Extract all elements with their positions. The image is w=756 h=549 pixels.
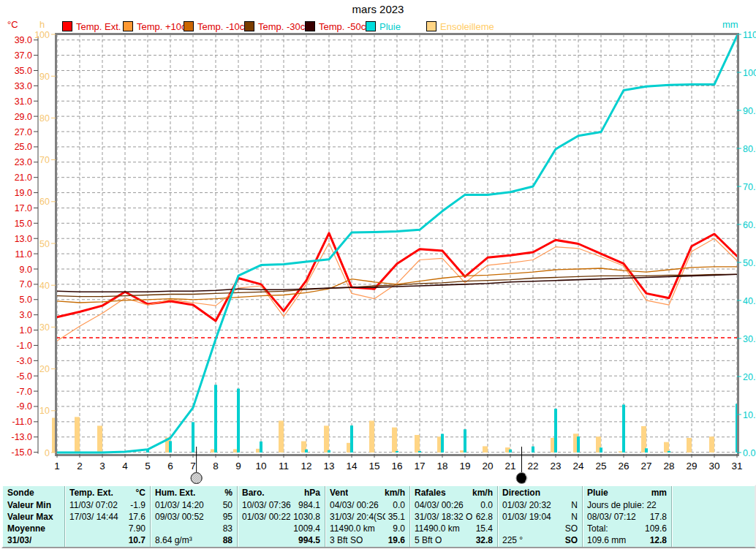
svg-text:80: 80 bbox=[39, 113, 50, 124]
stats-cell-label: 04/03/ 00:26 bbox=[330, 499, 379, 511]
stats-col-sonde: SondeValeur MinValeur MaxMoyenne31/03/ bbox=[3, 486, 64, 547]
stats-row: 225 °SO bbox=[502, 534, 578, 546]
stats-row: 5 Bft O32.8 bbox=[415, 534, 493, 546]
weather-chart: 39.037.035.033.031.029.027.025.023.021.0… bbox=[0, 0, 756, 484]
stats-row: 08/03/ 07:1217.8 bbox=[587, 511, 667, 523]
svg-text:19: 19 bbox=[459, 461, 470, 472]
svg-text:37.0: 37.0 bbox=[15, 50, 32, 61]
stats-row: 31/03/ bbox=[7, 534, 60, 546]
svg-text:-7.0: -7.0 bbox=[16, 387, 32, 397]
stats-cell-label: 01/03/ 20:32 bbox=[502, 499, 551, 511]
svg-text:25: 25 bbox=[595, 461, 606, 472]
col-title: Sonde bbox=[7, 487, 34, 499]
svg-text:7: 7 bbox=[190, 461, 196, 472]
svg-text:14: 14 bbox=[346, 461, 358, 472]
svg-text:8: 8 bbox=[213, 461, 219, 472]
stats-row: 11490.0 km15.4 bbox=[415, 523, 493, 534]
stats-cell-value bbox=[57, 534, 60, 546]
svg-text:9: 9 bbox=[235, 461, 241, 472]
col-unit bbox=[575, 487, 578, 499]
stats-row: Moyenne bbox=[7, 523, 60, 534]
stats-cell-label: 225 ° bbox=[502, 534, 523, 546]
stats-cell-value bbox=[747, 534, 750, 546]
stats-cell-value: 12.8 bbox=[647, 534, 667, 546]
svg-text:-3.0: -3.0 bbox=[16, 356, 32, 366]
stats-row: 17/03/ 14:4417.6 bbox=[69, 511, 145, 523]
svg-text:15.0: 15.0 bbox=[15, 219, 32, 229]
svg-text:20: 20 bbox=[482, 461, 493, 472]
svg-text:16: 16 bbox=[391, 461, 402, 472]
stats-cell-value: SO bbox=[562, 523, 578, 534]
col-title: Vent bbox=[330, 487, 348, 499]
stats-cell-label: 17/03/ 14:44 bbox=[69, 511, 118, 523]
stats-row: 109.6 mm12.8 bbox=[587, 534, 667, 546]
stats-row: 09/03/ 00:5295 bbox=[155, 511, 233, 523]
svg-text:21.0: 21.0 bbox=[15, 173, 32, 183]
svg-text:10: 10 bbox=[39, 406, 50, 416]
stats-cell-label: 08/03/ 07:12 bbox=[587, 511, 636, 523]
svg-text:-1.0: -1.0 bbox=[16, 341, 32, 351]
stats-cell-label: 11/03/ 07:02 bbox=[69, 499, 118, 511]
svg-text:1: 1 bbox=[54, 461, 60, 472]
svg-text:20.0: 20.0 bbox=[743, 372, 756, 382]
stats-col-baro-: Baro.hPa10/03/ 07:36984.101/03/ 00:22103… bbox=[237, 486, 325, 547]
stats-cell-value: 0.0 bbox=[390, 499, 405, 511]
stats-cell-label: 31/03/ 18:32 O bbox=[415, 511, 472, 523]
svg-text:0.0: 0.0 bbox=[743, 448, 755, 458]
stats-col-rafales: Rafaleskm/h04/03/ 00:260.031/03/ 18:32 O… bbox=[409, 486, 497, 547]
stats-row: 1009.4 bbox=[242, 523, 320, 534]
svg-text:21: 21 bbox=[504, 461, 515, 472]
stats-cell-value: 9.0 bbox=[390, 523, 405, 534]
stats-cell-value bbox=[57, 523, 60, 534]
stats-cell-label: 8.64 g/m³ bbox=[155, 534, 192, 546]
rain-axis: 0.010.020.030.040.050.060.070.080.090.01… bbox=[737, 30, 756, 458]
day-axis: 1234567891011121314151617181920212223242… bbox=[54, 454, 742, 472]
svg-text:2: 2 bbox=[77, 461, 83, 472]
stats-cell-label: 11490.0 km bbox=[330, 523, 375, 534]
stats-row: 83 bbox=[155, 523, 233, 534]
stats-col-header: Direction bbox=[502, 487, 578, 499]
stats-row: Total:109.6 bbox=[587, 523, 667, 534]
stats-row: 01/03/ 20:32N bbox=[502, 499, 578, 511]
stats-col-direction: Direction01/03/ 20:32N01/03/ 19:04NSO225… bbox=[497, 486, 582, 547]
stats-row: 3 Bft SO19.6 bbox=[330, 534, 405, 546]
stats-row: Valeur Min bbox=[7, 499, 60, 511]
svg-text:26: 26 bbox=[618, 461, 629, 472]
svg-text:-5.0: -5.0 bbox=[16, 371, 32, 382]
stats-cell-value: N bbox=[568, 499, 578, 511]
stats-cell-value: 95 bbox=[220, 511, 233, 523]
stats-col-header: Pluiemm bbox=[587, 487, 667, 499]
stats-cell-label: 01/03/ 14:20 bbox=[155, 499, 204, 511]
stats-col-pluie: PluiemmJours de pluie: 2208/03/ 07:1217.… bbox=[582, 486, 671, 547]
svg-text:18: 18 bbox=[436, 461, 447, 472]
svg-text:12: 12 bbox=[300, 461, 311, 472]
svg-text:29: 29 bbox=[686, 461, 697, 472]
svg-text:15: 15 bbox=[368, 461, 379, 472]
stats-row: 01/03/ 19:04N bbox=[502, 511, 578, 523]
col-unit bbox=[747, 487, 750, 499]
stats-cell-value: 109.6 bbox=[642, 523, 667, 534]
stats-cell-value: N bbox=[568, 511, 578, 523]
col-title: Temp. Ext. bbox=[69, 487, 113, 499]
svg-text:13.0: 13.0 bbox=[15, 234, 32, 244]
svg-text:10: 10 bbox=[255, 461, 266, 472]
svg-text:3.0: 3.0 bbox=[20, 310, 32, 320]
stats-cell-value: 17.6 bbox=[126, 511, 145, 523]
stats-cell-label: 11490.0 km bbox=[415, 523, 460, 534]
svg-text:17: 17 bbox=[414, 461, 425, 472]
svg-text:60: 60 bbox=[39, 197, 50, 207]
col-title: Baro. bbox=[242, 487, 265, 499]
stats-cell-value: 7.90 bbox=[126, 523, 145, 534]
stats-cell-label: Total: bbox=[587, 523, 608, 534]
stats-cell-value bbox=[747, 511, 750, 523]
stats-row: 04/03/ 00:260.0 bbox=[330, 499, 405, 511]
stats-cell-label: 01/03/ 00:22 bbox=[242, 511, 290, 523]
stats-cell-value bbox=[747, 499, 750, 511]
svg-text:22: 22 bbox=[527, 461, 538, 472]
stats-col-header bbox=[676, 487, 750, 499]
svg-text:9.0: 9.0 bbox=[20, 265, 32, 275]
svg-text:30: 30 bbox=[39, 322, 50, 333]
stats-cell-label: 3 Bft SO bbox=[330, 534, 363, 546]
svg-text:31.0: 31.0 bbox=[15, 96, 32, 107]
col-title: Hum. Ext. bbox=[155, 487, 195, 499]
